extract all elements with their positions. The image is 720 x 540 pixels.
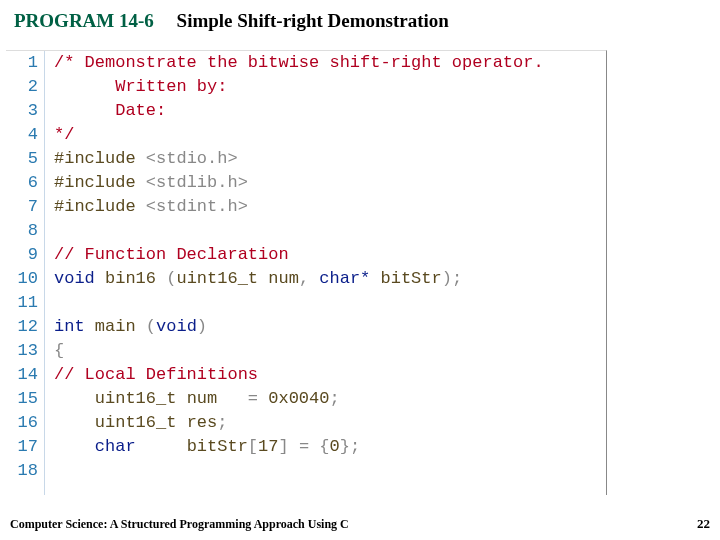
code-line: 4*/	[6, 123, 606, 146]
line-number: 9	[6, 243, 38, 266]
code-line: 17 char bitStr[17] = {0};	[6, 435, 606, 458]
footer-text: Computer Science: A Structured Programmi…	[10, 517, 710, 532]
line-number: 16	[6, 411, 38, 434]
code-line: 11	[6, 291, 606, 314]
code-text: #include <stdio.h>	[54, 147, 238, 170]
line-number: 8	[6, 219, 38, 242]
line-number: 14	[6, 363, 38, 386]
line-number: 10	[6, 267, 38, 290]
code-line: 12int main (void)	[6, 315, 606, 338]
line-number: 5	[6, 147, 38, 170]
line-number: 12	[6, 315, 38, 338]
code-listing: 1/* Demonstrate the bitwise shift-right …	[6, 50, 607, 495]
code-text: {	[54, 339, 64, 362]
code-text: #include <stdint.h>	[54, 195, 248, 218]
code-line: 2 Written by:	[6, 75, 606, 98]
line-number: 4	[6, 123, 38, 146]
code-line: 3 Date:	[6, 99, 606, 122]
line-number: 13	[6, 339, 38, 362]
code-line: 6#include <stdlib.h>	[6, 171, 606, 194]
code-text: // Function Declaration	[54, 243, 289, 266]
page-number: 22	[697, 516, 710, 532]
code-text: #include <stdlib.h>	[54, 171, 248, 194]
code-text: */	[54, 123, 74, 146]
program-label: PROGRAM 14-6	[14, 10, 154, 31]
code-line: 8	[6, 219, 606, 242]
code-text: Written by:	[54, 75, 227, 98]
line-number: 2	[6, 75, 38, 98]
code-line: 18	[6, 459, 606, 482]
code-text: uint16_t num = 0x0040;	[54, 387, 340, 410]
line-number: 7	[6, 195, 38, 218]
code-line: 13{	[6, 339, 606, 362]
title: Simple Shift-right Demonstration	[177, 10, 449, 31]
code-line: 14// Local Definitions	[6, 363, 606, 386]
line-number: 11	[6, 291, 38, 314]
code-text: void bin16 (uint16_t num, char* bitStr);	[54, 267, 462, 290]
code-line: 10void bin16 (uint16_t num, char* bitStr…	[6, 267, 606, 290]
header: PROGRAM 14-6 Simple Shift-right Demonstr…	[0, 0, 720, 36]
line-number: 1	[6, 51, 38, 74]
line-number: 15	[6, 387, 38, 410]
code-line: 5#include <stdio.h>	[6, 147, 606, 170]
line-number: 3	[6, 99, 38, 122]
code-line: 15 uint16_t num = 0x0040;	[6, 387, 606, 410]
code-text: char bitStr[17] = {0};	[54, 435, 360, 458]
code-text: // Local Definitions	[54, 363, 258, 386]
code-line: 16 uint16_t res;	[6, 411, 606, 434]
code-text: uint16_t res;	[54, 411, 227, 434]
code-text: int main (void)	[54, 315, 207, 338]
line-number: 17	[6, 435, 38, 458]
code-line: 7#include <stdint.h>	[6, 195, 606, 218]
code-line: 1/* Demonstrate the bitwise shift-right …	[6, 51, 606, 74]
code-text: Date:	[54, 99, 166, 122]
line-number: 6	[6, 171, 38, 194]
code-line: 9// Function Declaration	[6, 243, 606, 266]
line-number: 18	[6, 459, 38, 482]
code-text: /* Demonstrate the bitwise shift-right o…	[54, 51, 544, 74]
